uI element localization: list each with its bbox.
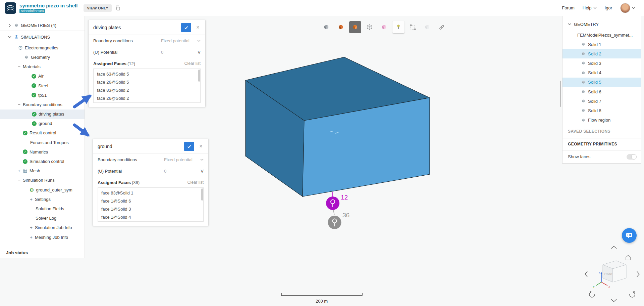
chevron-down-icon[interactable] bbox=[568, 23, 571, 26]
navcube-rotate-left[interactable] bbox=[589, 291, 595, 297]
help-menu[interactable]: Help bbox=[583, 5, 597, 10]
view-surfaces-button[interactable] bbox=[349, 21, 361, 33]
navigation-cube[interactable]: FRONT z x y bbox=[582, 245, 642, 304]
sidebar-item-ground[interactable]: ✓ ground bbox=[0, 119, 85, 128]
solid-item-2[interactable]: Solid 2 bbox=[562, 49, 641, 58]
sidebar-item-settings[interactable]: + Settings bbox=[0, 194, 85, 204]
sidebar-item-result-control[interactable]: − ✓ Result control bbox=[0, 128, 85, 138]
navcube-left-chevron[interactable] bbox=[585, 271, 587, 277]
solid-item-7[interactable]: Solid 7 bbox=[562, 96, 641, 106]
solid-item-4[interactable]: Solid 4 bbox=[562, 68, 641, 78]
face-list-item[interactable]: face 26@Solid 2 bbox=[94, 94, 200, 102]
show-faces-toggle[interactable] bbox=[627, 154, 637, 160]
sidebar-item-simulation-job-info[interactable]: + Simulation Job Info bbox=[0, 223, 85, 232]
minus-icon[interactable]: − bbox=[17, 102, 21, 107]
copy-project-button[interactable] bbox=[115, 5, 120, 11]
clear-list-link[interactable]: Clear list bbox=[187, 180, 204, 185]
face-list-item[interactable]: face 83@Solid 1 bbox=[98, 189, 203, 197]
face-list-item[interactable]: face 63@Solid 5 bbox=[94, 70, 200, 78]
view-hidden-button[interactable] bbox=[421, 21, 433, 33]
minus-icon[interactable]: − bbox=[17, 130, 21, 135]
chevron-down-icon[interactable] bbox=[7, 35, 12, 39]
sidebar-item-solver-log[interactable]: Solver Log bbox=[0, 214, 85, 223]
navcube-up-chevron[interactable] bbox=[611, 246, 616, 249]
plus-icon[interactable]: + bbox=[17, 168, 21, 173]
sidebar-item-forces-and-torques[interactable]: Forces and Torques bbox=[0, 138, 85, 147]
apply-button[interactable] bbox=[184, 142, 194, 151]
boundary-conditions-select[interactable]: Fixed potential bbox=[164, 157, 204, 162]
face-list-item[interactable]: face 1@Solid 4 bbox=[98, 213, 203, 221]
navcube-right-chevron[interactable] bbox=[637, 271, 639, 277]
saved-selections-header[interactable]: SAVED SELECTIONS bbox=[562, 125, 641, 138]
minus-icon[interactable]: − bbox=[13, 45, 16, 50]
geometry-section-header[interactable]: GEOMETRY bbox=[562, 18, 641, 30]
minus-icon[interactable]: − bbox=[17, 64, 21, 69]
minus-icon[interactable]: − bbox=[572, 33, 575, 38]
sidebar-item-air[interactable]: ✓ Air bbox=[0, 72, 85, 81]
sidebar-item-geometry[interactable]: Geometry bbox=[0, 52, 85, 62]
box-select-button[interactable] bbox=[407, 21, 419, 33]
list-scrollbar[interactable] bbox=[201, 188, 203, 201]
sidebar-item-numerics[interactable]: ✓ Numerics bbox=[0, 147, 85, 157]
view-solid-button[interactable] bbox=[320, 21, 332, 33]
solid-item-8[interactable]: Solid 8 bbox=[562, 106, 641, 115]
close-icon[interactable]: × bbox=[197, 142, 205, 150]
potential-input[interactable]: 0 V bbox=[164, 169, 204, 174]
chevron-right-icon[interactable] bbox=[7, 24, 12, 27]
clear-list-link[interactable]: Clear list bbox=[184, 61, 201, 66]
sidebar-item-geometries[interactable]: GEOMETRIES (4) bbox=[0, 20, 85, 31]
probe-point-button[interactable] bbox=[392, 21, 405, 33]
probe-pin-gray[interactable] bbox=[328, 216, 341, 229]
sidebar-item-simulation-runs[interactable]: − Simulation Runs bbox=[0, 176, 85, 185]
navcube-home-icon[interactable] bbox=[626, 255, 631, 260]
geometry-primitives-header[interactable]: GEOMETRY PRIMITIVES bbox=[562, 138, 641, 150]
link-view-button[interactable] bbox=[436, 21, 448, 33]
navcube-cube[interactable]: FRONT bbox=[603, 261, 626, 282]
probe-pin-magenta[interactable] bbox=[326, 196, 339, 210]
assigned-faces-list[interactable]: face 63@Solid 5 face 26@Solid 5 face 83@… bbox=[93, 69, 201, 103]
close-icon[interactable]: × bbox=[194, 24, 202, 32]
solid-item-6[interactable]: Solid 6 bbox=[562, 87, 641, 96]
app-logo[interactable] bbox=[5, 2, 16, 14]
sidebar-item-simulation-control[interactable]: ✓ Simulation control bbox=[0, 157, 85, 166]
job-status-header[interactable]: Job status bbox=[0, 247, 85, 258]
plus-icon[interactable]: + bbox=[30, 197, 33, 202]
face-list-item[interactable]: face 26@Solid 5 bbox=[94, 78, 200, 86]
solid-item-5[interactable]: Solid 5 bbox=[562, 78, 641, 87]
list-scrollbar[interactable] bbox=[198, 70, 200, 82]
navcube-rotate-right[interactable] bbox=[630, 291, 635, 297]
model-tree-item[interactable]: − FEMModelPiezos_symmet... bbox=[562, 30, 641, 40]
sidebar-item-meshing-job-info[interactable]: + Meshing Job Info bbox=[0, 232, 85, 242]
solid-item-3[interactable]: Solid 3 bbox=[562, 58, 641, 68]
minus-icon[interactable]: − bbox=[17, 178, 21, 183]
model-3d-box[interactable] bbox=[246, 57, 430, 196]
sidebar-item-boundary-conditions[interactable]: − Boundary conditions bbox=[0, 100, 85, 109]
sidebar-item-ground-outer-sym[interactable]: ⚙ ground_outer_sym bbox=[0, 185, 85, 194]
sidebar-item-materials[interactable]: − Materials bbox=[0, 62, 85, 72]
forum-link[interactable]: Forum bbox=[562, 5, 575, 10]
sidebar-item-electromagnetics[interactable]: − Electromagnetics bbox=[0, 43, 85, 52]
sidebar-item-simulations[interactable]: SIMULATIONS bbox=[0, 32, 85, 42]
viewport-scrollbar[interactable] bbox=[560, 81, 561, 107]
apply-button[interactable] bbox=[181, 23, 191, 32]
solid-item-1[interactable]: Solid 1 bbox=[562, 40, 641, 49]
sidebar-item-driving-plates[interactable]: ✓ driving plates bbox=[0, 110, 85, 119]
face-list-item[interactable]: face 1@Solid 6 bbox=[98, 197, 203, 205]
user-menu[interactable] bbox=[620, 3, 635, 13]
view-transparent-button[interactable] bbox=[378, 21, 390, 33]
assigned-faces-list[interactable]: face 83@Solid 1 face 1@Solid 6 face 1@So… bbox=[98, 187, 204, 222]
sidebar-item-tp51[interactable]: ✓ tp51 bbox=[0, 90, 85, 100]
plus-icon[interactable]: + bbox=[30, 235, 33, 240]
navcube-down-chevron[interactable] bbox=[611, 299, 616, 302]
chat-button[interactable] bbox=[622, 228, 637, 243]
boundary-conditions-select[interactable]: Fixed potential bbox=[161, 38, 201, 43]
sidebar-item-steel[interactable]: ✓ Steel bbox=[0, 81, 85, 90]
face-list-item[interactable]: face 1@Solid 3 bbox=[98, 205, 203, 213]
sidebar-item-solution-fields[interactable]: Solution Fields bbox=[0, 204, 85, 213]
view-vertices-button[interactable] bbox=[364, 21, 376, 33]
sidebar-item-mesh[interactable]: + Mesh bbox=[0, 166, 85, 176]
potential-input[interactable]: 0 V bbox=[161, 50, 201, 55]
solid-item-flow-region[interactable]: Flow region bbox=[562, 116, 641, 125]
face-list-item[interactable]: face 83@Solid 2 bbox=[94, 86, 200, 94]
view-shaded-button[interactable] bbox=[335, 21, 347, 33]
